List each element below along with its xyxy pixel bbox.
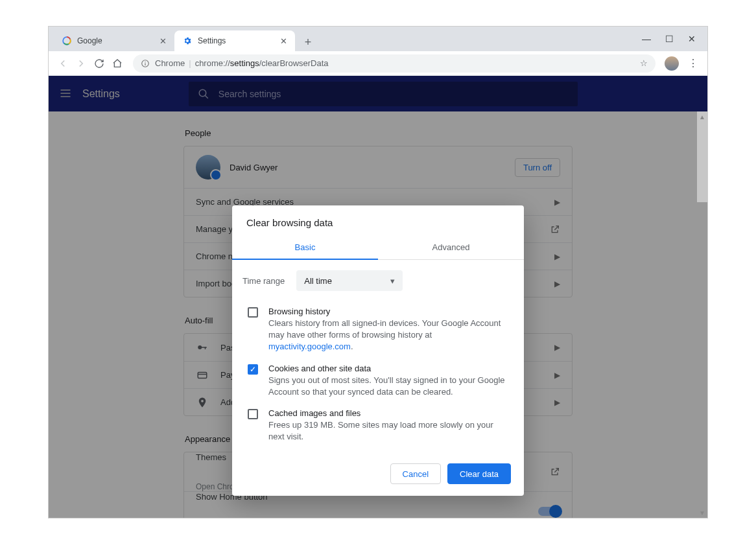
tab-title: Settings xyxy=(198,36,226,45)
omnibox-separator: | xyxy=(189,58,191,68)
forward-button[interactable] xyxy=(72,54,90,73)
reload-button[interactable] xyxy=(90,54,108,73)
check-desc: Signs you out of most sites. You'll stay… xyxy=(268,375,508,398)
omnibox-scheme: chrome:// xyxy=(195,58,230,68)
tab-advanced[interactable]: Advanced xyxy=(378,237,524,260)
omnibox-path-bold: settings xyxy=(230,58,259,68)
time-range-label: Time range xyxy=(242,276,285,286)
scroll-up-icon[interactable]: ▲ xyxy=(697,111,707,122)
time-range-value: All time xyxy=(304,276,332,286)
cancel-button[interactable]: Cancel xyxy=(390,463,441,484)
time-range-select[interactable]: All time ▾ xyxy=(296,270,403,291)
myactivity-link[interactable]: myactivity.google.com xyxy=(268,342,351,351)
omnibox-secure-label: Chrome xyxy=(155,58,185,68)
svg-rect-3 xyxy=(145,63,145,65)
tab-google[interactable]: Google ✕ xyxy=(54,30,174,51)
dialog-body: Time range All time ▾ Browsing history C… xyxy=(232,260,524,463)
dialog-tabs: Basic Advanced xyxy=(232,237,524,260)
checkbox-cached[interactable] xyxy=(248,409,258,419)
google-favicon-icon xyxy=(62,36,72,46)
tab-close-icon[interactable]: ✕ xyxy=(159,36,167,46)
maximize-icon[interactable]: ☐ xyxy=(665,34,674,44)
scrollbar-thumb[interactable] xyxy=(697,111,707,202)
check-title: Cookies and other site data xyxy=(268,364,508,373)
check-cookies: ✓ Cookies and other site data Signs you … xyxy=(242,358,514,403)
bookmark-star-icon[interactable]: ☆ xyxy=(640,58,648,68)
browser-window: Google ✕ Settings ✕ + — ☐ ✕ Chrome | chr… xyxy=(48,26,708,518)
clear-data-button[interactable]: Clear data xyxy=(447,463,511,484)
tab-title: Google xyxy=(77,36,102,45)
check-title: Cached images and files xyxy=(268,408,508,418)
check-browsing-history: Browsing history Clears history from all… xyxy=(242,301,514,358)
dialog-title: Clear browsing data xyxy=(232,205,524,237)
checkbox-browsing-history[interactable] xyxy=(248,307,258,318)
close-icon[interactable]: ✕ xyxy=(688,34,696,44)
settings-favicon-icon xyxy=(182,36,193,46)
back-button[interactable] xyxy=(54,54,72,73)
tab-strip: Google ✕ Settings ✕ + — ☐ ✕ xyxy=(49,27,707,51)
check-cached: Cached images and files Frees up 319 MB.… xyxy=(242,403,514,448)
svg-point-2 xyxy=(145,61,145,62)
clear-browsing-dialog: Clear browsing data Basic Advanced Time … xyxy=(232,205,524,496)
time-range-row: Time range All time ▾ xyxy=(242,270,514,291)
tab-close-icon[interactable]: ✕ xyxy=(280,36,287,46)
profile-avatar-button[interactable] xyxy=(665,56,679,71)
window-controls: — ☐ ✕ xyxy=(642,27,707,51)
check-desc: Frees up 319 MB. Some sites may load mor… xyxy=(268,419,508,443)
omnibox[interactable]: Chrome | chrome:// settings /clearBrowse… xyxy=(133,54,656,73)
kebab-menu-icon[interactable]: ⋮ xyxy=(684,54,702,73)
home-button[interactable] xyxy=(108,54,126,73)
tab-settings[interactable]: Settings ✕ xyxy=(174,30,295,51)
check-desc: Clears history from all signed-in device… xyxy=(268,318,508,353)
settings-app: Settings Search settings People David Gw… xyxy=(49,76,707,518)
toolbar: Chrome | chrome:// settings /clearBrowse… xyxy=(49,51,707,76)
scroll-down-icon[interactable]: ▼ xyxy=(697,507,707,518)
site-info-icon[interactable] xyxy=(141,59,150,68)
dialog-actions: Cancel Clear data xyxy=(232,463,524,496)
checkbox-cookies[interactable]: ✓ xyxy=(248,364,258,375)
tab-basic[interactable]: Basic xyxy=(232,237,378,260)
new-tab-button[interactable]: + xyxy=(299,33,317,51)
dropdown-caret-icon: ▾ xyxy=(390,276,395,286)
check-title: Browsing history xyxy=(268,307,508,316)
minimize-icon[interactable]: — xyxy=(642,34,651,44)
omnibox-path-rest: /clearBrowserData xyxy=(259,58,329,68)
